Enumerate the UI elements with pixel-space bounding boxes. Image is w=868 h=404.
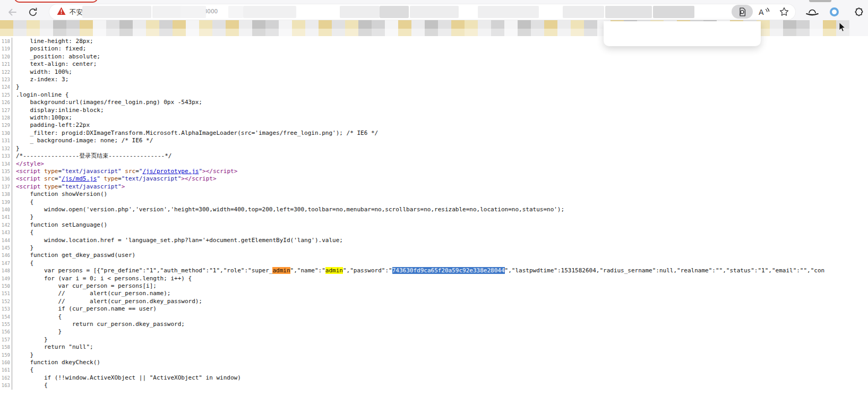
code-line: 137<script type="text/javascript">: [0, 183, 868, 191]
line-content: return cur_person.dkey_password;: [12, 321, 185, 328]
line-content: }: [12, 328, 62, 336]
code-line: 140 window.open('version.php','version',…: [0, 206, 868, 213]
line-number: 139: [0, 199, 12, 206]
line-number: 144: [0, 237, 12, 244]
code-segment: if (!!window.ActiveXObject || "ActiveXOb…: [16, 374, 241, 381]
line-content: </style>: [12, 160, 44, 168]
code-line: 133/*----------------登录页结束--------------…: [0, 152, 868, 160]
redacted-bookmark-block: [571, 20, 584, 36]
code-segment: var persons = [{"pre_define":"1","auth_m…: [16, 267, 272, 274]
line-number: 148: [0, 267, 12, 274]
code-segment: <script: [16, 175, 44, 182]
code-line: 132}: [0, 145, 868, 152]
address-bar-flyout[interactable]: [604, 21, 761, 46]
redacted-url-block: [380, 6, 409, 18]
refresh-icon: [28, 7, 38, 18]
line-number: 131: [0, 137, 12, 144]
code-line: 157 }: [0, 336, 868, 343]
redacted-bookmark-block: [66, 20, 80, 36]
favorites-button[interactable]: [775, 5, 793, 19]
code-segment: position: fixed;: [16, 45, 86, 52]
redacted-bookmark-block: [491, 20, 504, 36]
line-content: }: [12, 336, 48, 343]
redacted-bookmark-block: [584, 20, 597, 36]
code-line: 127 display:inline-block;: [0, 107, 868, 114]
redacted-bookmark-block: [398, 20, 411, 36]
line-content: return "null";: [12, 343, 93, 351]
line-number: 120: [0, 53, 12, 61]
code-line: 150 var cur_person = persons[i];: [0, 282, 868, 290]
line-content: }: [12, 83, 20, 91]
code-segment: {: [16, 229, 33, 236]
code-segment: }: [16, 351, 33, 358]
read-aloud-button[interactable]: A: [755, 5, 773, 19]
line-number: 152: [0, 298, 12, 305]
redacted-url-block: [563, 6, 604, 18]
code-line: 119 position: fixed;: [0, 45, 868, 53]
code-segment: admin: [325, 267, 343, 274]
redacted-bookmark-block: [770, 20, 783, 36]
code-segment: }: [16, 336, 48, 343]
code-segment: ","name":": [290, 267, 325, 274]
code-segment: // alert(cur_person.name);: [16, 290, 170, 297]
code-line: 135<script type="text/javascript" src="/…: [0, 168, 868, 175]
line-number: 155: [0, 321, 12, 328]
source-link[interactable]: /js/md5.js: [62, 175, 97, 182]
line-number: 130: [0, 130, 12, 137]
redacted-url-block: [228, 6, 243, 18]
line-content: /*----------------登录页结束----------------*…: [12, 152, 171, 160]
active-tab-remnant[interactable]: [14, 0, 98, 3]
line-number: 153: [0, 305, 12, 313]
redacted-bookmark-block: [796, 20, 810, 36]
line-content: }: [12, 145, 20, 152]
redacted-bookmark-block: [40, 20, 53, 36]
redacted-bookmark-block: [332, 20, 345, 36]
line-content: var persons = [{"pre_define":"1","auth_m…: [12, 267, 824, 274]
line-content: function dkeyCheck(): [12, 359, 100, 366]
code-line: 145 }: [0, 244, 868, 252]
code-segment: _filter: progid:DXImageTransform.Microso…: [16, 130, 378, 136]
line-number: 137: [0, 183, 12, 191]
line-number: 136: [0, 175, 12, 183]
code-segment: admin: [272, 267, 290, 274]
line-number: 135: [0, 168, 12, 175]
line-content: <script type="text/javascript">: [12, 183, 125, 191]
line-number: 158: [0, 343, 12, 351]
background-tab-remnant[interactable]: [809, 0, 831, 2]
line-number: 133: [0, 152, 12, 160]
code-segment: {: [16, 382, 48, 389]
redacted-bookmark-block: [451, 20, 465, 36]
line-content: window.location.href = 'language_set.php…: [12, 237, 343, 244]
code-line: 142 function setLanguage(): [0, 221, 868, 229]
extension-hat-button[interactable]: [806, 6, 819, 19]
line-content: background:url(images/free_login.png) 0p…: [12, 99, 202, 106]
extension-ring-icon[interactable]: [830, 7, 839, 16]
line-number: 147: [0, 260, 12, 267]
redacted-bookmark-block: [212, 20, 226, 36]
refresh-button[interactable]: [27, 6, 39, 19]
code-line: 153 if (cur_person.name == user): [0, 305, 868, 313]
extension-hat-icon: [806, 8, 819, 16]
line-content: _ background-image: none; /* IE6 */: [12, 137, 153, 144]
code-segment: ","password":": [343, 267, 392, 274]
extensions-button[interactable]: [852, 6, 865, 19]
search-sidebar-button[interactable]: [732, 5, 753, 19]
insecure-warning-icon[interactable]: [57, 7, 66, 15]
line-number: 141: [0, 213, 12, 221]
code-line: 121 text-align: center;: [0, 61, 868, 68]
code-line: 124}: [0, 83, 868, 91]
back-button[interactable]: [6, 6, 19, 19]
code-segment: =: [118, 175, 122, 182]
code-segment: src: [44, 175, 55, 182]
redacted-bookmark-block: [385, 20, 398, 36]
code-segment: }: [16, 213, 33, 220]
line-content: line-height: 28px;: [12, 38, 93, 45]
extensions-puzzle-icon: [853, 7, 864, 18]
redacted-bookmark-block: [783, 20, 796, 36]
redacted-bookmark-block: [226, 20, 239, 36]
redacted-bookmark-block: [478, 20, 491, 36]
line-number: 142: [0, 221, 12, 229]
source-link[interactable]: /js/prototype.js: [142, 168, 199, 175]
line-content: {: [12, 199, 33, 206]
line-number: 127: [0, 107, 12, 114]
